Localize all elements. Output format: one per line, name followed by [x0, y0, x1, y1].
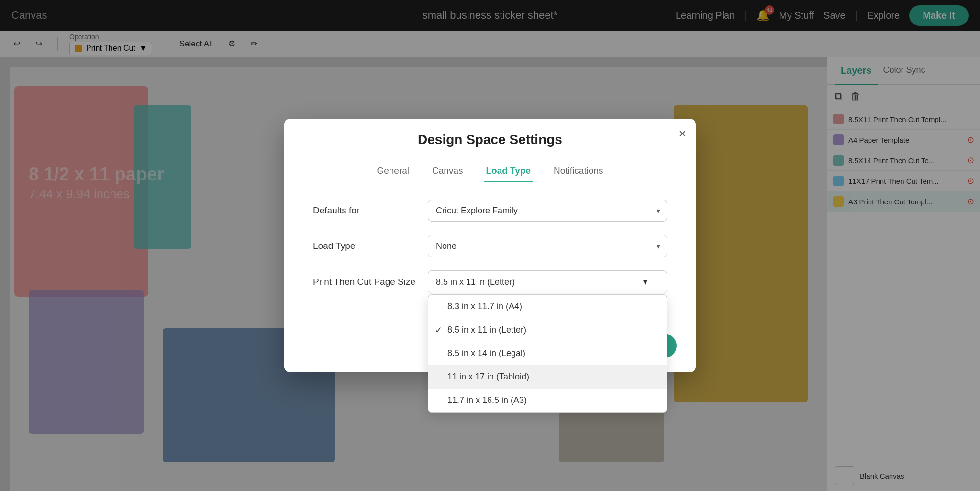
- defaults-for-select-wrapper: Cricut Explore Family ▾: [428, 200, 667, 222]
- dropdown-option-a3[interactable]: 11.7 in x 16.5 in (A3): [428, 389, 667, 412]
- tab-canvas[interactable]: Canvas: [430, 161, 465, 182]
- page-size-select-wrapper: 8.5 in x 11 in (Letter) ▾ 8.3 in x 11.7 …: [428, 270, 667, 293]
- page-size-select[interactable]: 8.5 in x 11 in (Letter) ▾: [428, 270, 667, 293]
- modal-close-button[interactable]: ×: [679, 127, 686, 140]
- tab-load-type[interactable]: Load Type: [484, 161, 533, 182]
- modal-body: Defaults for Cricut Explore Family ▾ Loa…: [284, 182, 696, 324]
- settings-modal: Design Space Settings × General Canvas L…: [284, 119, 696, 372]
- dropdown-option-tabloid[interactable]: 11 in x 17 in (Tabloid): [428, 365, 667, 389]
- dropdown-option-legal[interactable]: 8.5 in x 14 in (Legal): [428, 342, 667, 365]
- page-size-row: Print Then Cut Page Size 8.5 in x 11 in …: [313, 270, 667, 293]
- defaults-for-label: Defaults for: [313, 205, 418, 216]
- modal-header: Design Space Settings ×: [284, 119, 696, 147]
- load-type-label: Load Type: [313, 241, 418, 251]
- page-size-label: Print Then Cut Page Size: [313, 277, 418, 287]
- load-type-row: Load Type None ▾: [313, 235, 667, 257]
- page-size-dropdown: 8.3 in x 11.7 in (A4) 8.5 in x 11 in (Le…: [428, 294, 667, 413]
- modal-backdrop[interactable]: Design Space Settings × General Canvas L…: [0, 0, 980, 491]
- defaults-for-row: Defaults for Cricut Explore Family ▾: [313, 200, 667, 222]
- page-size-value: 8.5 in x 11 in (Letter): [436, 277, 515, 287]
- load-type-select[interactable]: None: [428, 235, 667, 257]
- modal-title: Design Space Settings: [303, 132, 677, 147]
- modal-tabs: General Canvas Load Type Notifications: [284, 153, 696, 182]
- tab-notifications[interactable]: Notifications: [552, 161, 605, 182]
- tab-general[interactable]: General: [375, 161, 411, 182]
- defaults-for-select[interactable]: Cricut Explore Family: [428, 200, 667, 222]
- chevron-down-icon: ▾: [643, 277, 647, 287]
- load-type-select-wrapper: None ▾: [428, 235, 667, 257]
- dropdown-option-letter[interactable]: 8.5 in x 11 in (Letter): [428, 318, 667, 342]
- dropdown-option-a4[interactable]: 8.3 in x 11.7 in (A4): [428, 295, 667, 318]
